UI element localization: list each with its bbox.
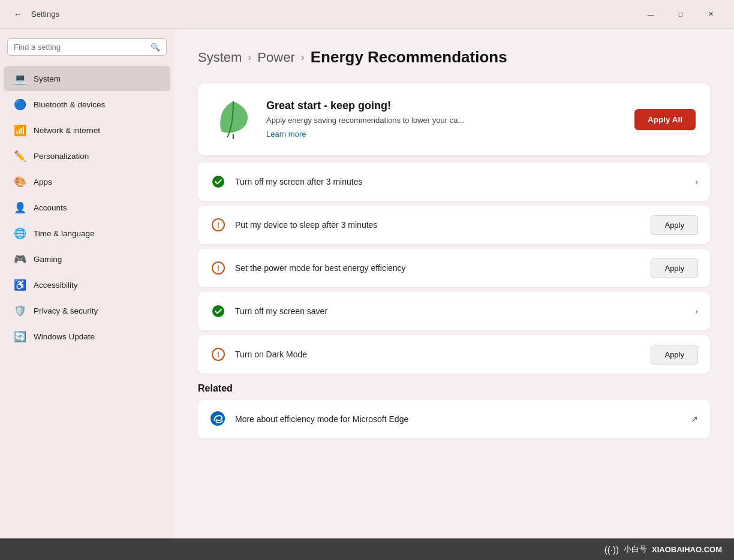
related-list: More about efficiency mode for Microsoft… [198,400,710,438]
energy-leaf-icon [215,98,251,140]
bluetooth-label: Bluetooth & devices [34,100,105,109]
breadcrumb-sep-1: › [248,51,251,64]
sidebar-item-windows-update[interactable]: 🔄 Windows Update [4,324,170,349]
screen-off-status-icon [212,175,225,188]
related-row-edge-efficiency[interactable]: More about efficiency mode for Microsoft… [198,400,710,438]
watermark-chinese: 小白号 [624,544,647,555]
dark-mode-status-icon: ! [212,348,225,361]
dark-mode-label: Turn on Dark Mode [235,350,642,359]
screen-saver-chevron-icon: › [695,306,698,316]
breadcrumb: System › Power › Energy Recommendations [198,48,710,67]
search-icon: 🔍 [151,43,160,52]
related-title: Related [198,383,710,394]
sleep-label: Put my device to sleep after 3 minutes [235,220,642,230]
sidebar-item-privacy[interactable]: 🛡️ Privacy & security [4,298,170,323]
rec-row-sleep: ! Put my device to sleep after 3 minutes… [198,206,710,244]
personalization-icon: ✏️ [13,149,26,162]
dark-mode-icon: ! [210,346,227,363]
watermark-bar: ((·)) 小白号 XIAOBAIHAO.COM [0,538,734,560]
power-mode-status-icon: ! [212,261,225,275]
accessibility-label: Accessibility [34,281,78,290]
window-controls: — □ ✕ [637,5,724,24]
screen-saver-icon [210,303,227,320]
network-icon: 📶 [13,124,26,137]
sidebar-item-system[interactable]: 💻 System [4,66,170,91]
energy-header-card: Great start - keep going! Apply energy s… [198,83,710,155]
svg-point-6 [212,305,224,317]
sidebar-item-network[interactable]: 📶 Network & internet [4,118,170,143]
svg-point-1 [212,176,224,188]
rec-row-power-mode: ! Set the power mode for best energy eff… [198,249,710,287]
accessibility-icon: ♿ [13,278,26,291]
back-button[interactable]: ← [10,6,26,23]
rec-row-screen-off: Turn off my screen after 3 minutes › [198,162,710,201]
system-icon: 💻 [13,72,26,85]
edge-icon [210,411,227,427]
svg-text:!: ! [217,350,219,359]
sidebar-item-accounts[interactable]: 👤 Accounts [4,195,170,220]
accounts-icon: 👤 [13,201,26,214]
sleep-icon: ! [210,216,227,233]
gaming-label: Gaming [34,255,62,264]
accounts-label: Accounts [34,203,67,212]
sidebar-item-accessibility[interactable]: ♿ Accessibility [4,272,170,297]
privacy-label: Privacy & security [34,306,98,315]
energy-description: Apply energy saving recommendations to l… [266,116,622,125]
time-label: Time & language [34,229,95,238]
dark-mode-apply-button[interactable]: Apply [651,345,698,365]
sleep-status-icon: ! [212,218,225,231]
time-icon: 🌐 [13,227,26,240]
apps-icon: 🎨 [13,175,26,188]
titlebar: ← Settings — □ ✕ [0,0,734,29]
sidebar-item-time[interactable]: 🌐 Time & language [4,221,170,246]
recommendations-list: Turn off my screen after 3 minutes › ! P… [198,162,710,374]
personalization-label: Personalization [34,152,89,161]
windows-update-icon: 🔄 [13,330,26,343]
screen-saver-label: Turn off my screen saver [235,306,687,316]
power-mode-label: Set the power mode for best energy effic… [235,263,642,273]
main-content: System › Power › Energy Recommendations … [174,29,734,560]
power-mode-apply-button[interactable]: Apply [651,258,698,278]
watermark-url: XIAOBAIHAO.COM [652,545,722,554]
energy-text: Great start - keep going! Apply energy s… [266,100,622,139]
nav-list: 💻 System 🔵 Bluetooth & devices 📶 Network… [0,65,174,350]
app-layout: 🔍 💻 System 🔵 Bluetooth & devices 📶 Netwo… [0,29,734,560]
energy-title: Great start - keep going! [266,100,622,112]
breadcrumb-system[interactable]: System [198,50,242,65]
apply-all-button[interactable]: Apply All [634,109,696,130]
breadcrumb-sep-2: › [301,51,305,64]
sleep-apply-button[interactable]: Apply [651,215,698,235]
sidebar: 🔍 💻 System 🔵 Bluetooth & devices 📶 Netwo… [0,29,174,560]
screen-saver-status-icon [212,305,225,318]
breadcrumb-power[interactable]: Power [257,50,294,65]
power-mode-icon: ! [210,260,227,276]
minimize-button[interactable]: — [637,5,664,24]
system-label: System [34,74,61,83]
maximize-button[interactable]: □ [667,5,694,24]
svg-text:!: ! [217,221,219,230]
windows-update-label: Windows Update [34,332,95,341]
watermark-symbol: ((·)) [604,544,619,555]
learn-more-link[interactable]: Learn more [266,130,306,139]
rec-row-dark-mode: ! Turn on Dark Mode Apply [198,335,710,374]
sidebar-item-gaming[interactable]: 🎮 Gaming [4,246,170,272]
app-title: Settings [31,10,59,19]
bluetooth-icon: 🔵 [13,98,26,111]
rec-row-screen-saver: Turn off my screen saver › [198,292,710,330]
screen-off-chevron-icon: › [695,177,698,186]
svg-text:!: ! [217,264,219,273]
search-input[interactable] [14,43,151,52]
edge-efficiency-label: More about efficiency mode for Microsoft… [235,414,682,424]
sidebar-item-bluetooth[interactable]: 🔵 Bluetooth & devices [4,92,170,117]
gaming-icon: 🎮 [13,252,26,266]
network-label: Network & internet [34,126,100,135]
search-box[interactable]: 🔍 [7,38,167,56]
sidebar-item-personalization[interactable]: ✏️ Personalization [4,143,170,168]
privacy-icon: 🛡️ [13,304,26,317]
screen-off-icon [210,173,227,190]
screen-off-label: Turn off my screen after 3 minutes [235,177,687,186]
close-button[interactable]: ✕ [697,5,724,24]
energy-icon-wrap [212,95,254,143]
apps-label: Apps [34,177,52,186]
sidebar-item-apps[interactable]: 🎨 Apps [4,169,170,194]
